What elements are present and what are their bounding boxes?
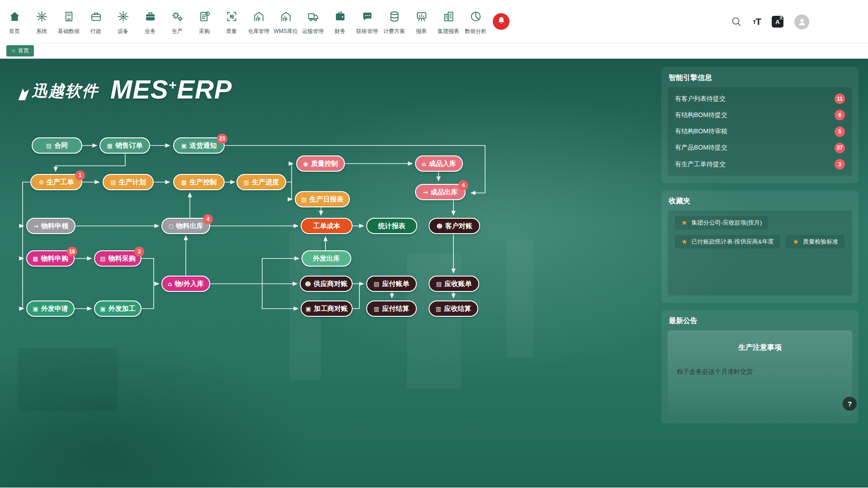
flow-node-payable-settlement[interactable]: ▥应付结算 xyxy=(366,300,417,317)
engine-item[interactable]: 有产品BOM待提交 37 xyxy=(675,143,845,153)
nav-item-building-2[interactable]: 基础数据 xyxy=(55,8,82,35)
flow-node-finished-goods-inbound[interactable]: ⌂成品入库 xyxy=(415,155,463,172)
nav-item-database-14[interactable]: 计费方案 xyxy=(381,8,408,35)
flow-node-material-purchase[interactable]: ▤物料采购3 xyxy=(94,250,142,267)
nav-item-label: 系统 xyxy=(36,28,47,35)
flow-node-customer-reconciliation[interactable]: ☻客户对账 xyxy=(429,218,480,234)
font-size-icon[interactable]: тT xyxy=(753,16,761,27)
notice-title: 生产注意事项 xyxy=(675,343,845,352)
flow-node-quality-control[interactable]: ◉质量控制 xyxy=(296,155,345,172)
count-badge: 1 xyxy=(75,170,85,180)
count-badge: 18 xyxy=(67,247,77,257)
favorite-item[interactable]: ★ 已付账款统计表-按供应商&年度 xyxy=(675,235,780,249)
favorite-item-label: 质量检验标准 xyxy=(803,238,838,246)
flow-node-delivery-notice[interactable]: ▣送货通知23 xyxy=(173,137,225,154)
smart-engine-list: 有客户列表待提交 11有结构BOM待提交 6有结构BOM待审核 5有产品BOM待… xyxy=(668,87,852,176)
notification-bell-button[interactable] xyxy=(493,13,509,30)
flow-node-production-daily-report[interactable]: ▤生产日报表 xyxy=(295,191,350,207)
flow-node-processor-reconciliation[interactable]: ▣加工商对账 xyxy=(301,300,353,317)
processor-reconciliation-icon: ▣ xyxy=(306,305,311,312)
announcement-box: 生产注意事项 粽子盒务必这个月准时交货 xyxy=(668,330,852,416)
flow-node-label: 应付账单 xyxy=(382,280,409,288)
flow-node-workorder-cost[interactable]: 工单成本 xyxy=(301,218,353,234)
material-purchase-icon: ▤ xyxy=(100,255,105,262)
search-icon[interactable] xyxy=(731,16,742,27)
star-icon: ★ xyxy=(793,238,798,246)
flow-node-outsourcing-outbound[interactable]: 外发出库 xyxy=(302,250,351,267)
gear-icon xyxy=(117,10,129,24)
engine-item[interactable]: 有生产工单待提交 3 xyxy=(675,159,845,169)
app-logo: 迅越软件 MES+ERP xyxy=(17,77,232,102)
flow-node-outsourcing-process[interactable]: ▣外发加工 xyxy=(94,300,142,317)
favorite-item[interactable]: ★ 集团分公司-应收款项(按月) xyxy=(675,216,768,230)
logo-cn-text: 迅越软件 xyxy=(17,80,99,102)
background-shape xyxy=(407,253,461,389)
nav-item-chat-13[interactable]: 联络管理 xyxy=(354,8,381,35)
nav-item-board-15[interactable]: 报表 xyxy=(408,8,435,35)
count-badge: 37 xyxy=(835,143,845,153)
flow-node-label: 合同 xyxy=(54,141,68,150)
quality-control-icon: ◉ xyxy=(303,160,308,167)
nav-item-warehouse-9[interactable]: 仓库管理 xyxy=(245,8,272,35)
flow-node-sales-order[interactable]: ▦销售订单 xyxy=(99,137,150,154)
count-badge: 3 xyxy=(134,247,144,257)
nav-item-warehouse-10[interactable]: WMS库位 xyxy=(272,8,299,35)
customer-reconciliation-icon: ☻ xyxy=(436,223,443,230)
flow-node-production-plan[interactable]: ▤生产计划 xyxy=(103,174,154,190)
flow-node-contract[interactable]: ▤合同 xyxy=(32,137,82,154)
engine-item-label: 有客户列表待提交 xyxy=(675,95,726,103)
engine-item[interactable]: 有客户列表待提交 11 xyxy=(675,94,845,104)
nav-item-truck-11[interactable]: 运输管理 xyxy=(299,8,326,35)
nav-item-buildings-16[interactable]: 集团报表 xyxy=(435,8,462,35)
flow-node-outsourcing-request[interactable]: ▣外发申请 xyxy=(26,300,75,317)
nav-item-label: 仓库管理 xyxy=(248,28,269,35)
flow-node-production-progress[interactable]: ▥生产进度 xyxy=(236,174,286,190)
nav-item-gear-1[interactable]: 系统 xyxy=(28,8,55,35)
flow-node-material-requisition[interactable]: →物料申领 xyxy=(26,218,75,234)
flow-node-material-external-inbound[interactable]: ⌂物/外入库 xyxy=(161,276,210,292)
production-workorder-icon: ⚙ xyxy=(39,179,44,186)
translate-icon[interactable]: A文 xyxy=(772,16,783,28)
flow-node-label: 客户对账 xyxy=(445,222,472,230)
nav-item-gears-6[interactable]: 生产 xyxy=(164,8,191,35)
nav-item-briefcase-3[interactable]: 行政 xyxy=(82,8,109,35)
flow-node-production-control[interactable]: ▦生产控制 xyxy=(173,174,225,190)
nav-item-label: 首页 xyxy=(9,28,20,35)
favorite-item[interactable]: ★ 质量检验标准 xyxy=(786,235,844,249)
engine-item[interactable]: 有结构BOM待审核 5 xyxy=(675,127,845,137)
flow-node-receivable-bill[interactable]: ▤应收账单 xyxy=(429,276,479,292)
nav-item-briefcase-solid-5[interactable]: 业务 xyxy=(137,8,164,35)
flow-node-payable-bill[interactable]: ▤应付账单 xyxy=(366,276,417,292)
favorites-title: 收藏夹 xyxy=(669,197,851,206)
flow-node-label: 供应商对账 xyxy=(314,280,348,288)
nav-item-pie-17[interactable]: 数据分析 xyxy=(462,8,489,35)
nav-item-scan-check-8[interactable]: 检 质量 xyxy=(218,8,245,35)
nav-item-home-0[interactable]: 首页 xyxy=(1,8,28,35)
flow-node-material-outbound[interactable]: ◻物料出库4 xyxy=(161,218,210,234)
material-purchase-request-icon: ▦ xyxy=(33,255,38,262)
user-avatar[interactable] xyxy=(794,14,809,29)
flow-node-supplier-reconciliation[interactable]: ☻供应商对账 xyxy=(300,276,353,292)
tab-strip: ☆ 首页 xyxy=(0,43,868,59)
tab-home[interactable]: ☆ 首页 xyxy=(6,45,34,56)
nav-item-gear-4[interactable]: 设备 xyxy=(109,8,137,35)
warehouse-icon xyxy=(280,10,292,24)
flow-node-statistics-report[interactable]: 统计报表 xyxy=(366,218,417,234)
flow-node-production-workorder[interactable]: ⚙生产工单1 xyxy=(30,174,82,190)
flow-node-label: 生产计划 xyxy=(119,178,146,187)
nav-item-doc-badge-7[interactable]: 采购 xyxy=(191,8,218,35)
flow-node-receivable-settlement[interactable]: ▥应收结算 xyxy=(429,300,478,317)
database-icon xyxy=(388,10,401,24)
top-navbar: 首页 系统 基础数据 行政 设备 业务 生产 采购检 质量 仓库管理 WMS库位… xyxy=(0,0,868,43)
flow-node-material-purchase-request[interactable]: ▦物料申购18 xyxy=(26,250,75,267)
flow-node-finished-goods-outbound[interactable]: →成品出库4 xyxy=(415,184,466,200)
help-button[interactable]: ? xyxy=(843,397,857,411)
star-icon: ★ xyxy=(681,219,687,227)
engine-item[interactable]: 有结构BOM待提交 6 xyxy=(675,110,845,120)
nav-item-wallet-12[interactable]: 财务 xyxy=(326,8,354,35)
favorites-row: ★ 已付账款统计表-按供应商&年度★ 质量检验标准 xyxy=(675,235,845,249)
count-badge: 23 xyxy=(217,134,227,144)
nav-item-label: 基础数据 xyxy=(58,28,80,35)
finished-goods-outbound-icon: → xyxy=(423,189,428,196)
flow-node-label: 销售订单 xyxy=(115,141,142,150)
